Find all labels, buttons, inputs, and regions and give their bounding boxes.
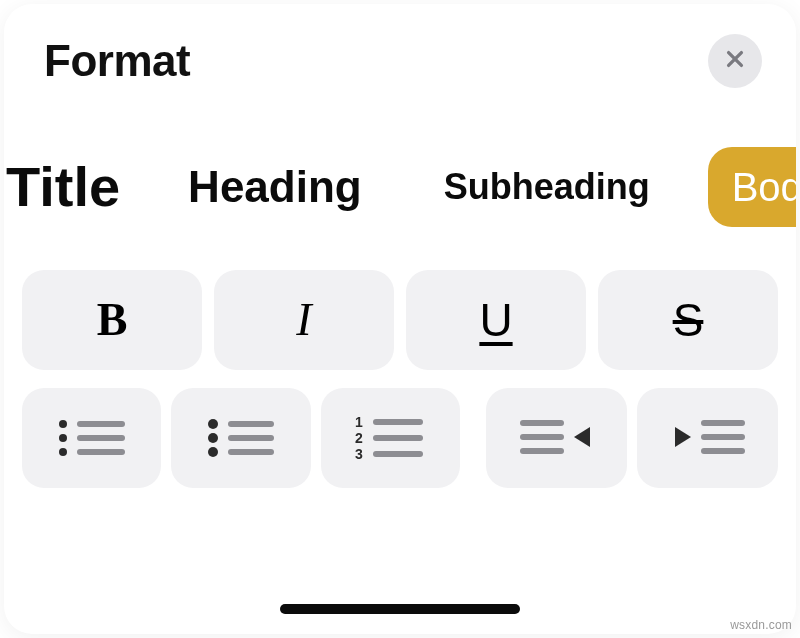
svg-rect-19 (373, 451, 423, 457)
lists-row: 1 2 3 (4, 370, 796, 488)
panel-header: Format (4, 4, 796, 98)
close-icon (724, 48, 746, 74)
close-button[interactable] (708, 34, 762, 88)
style-body[interactable]: Body (708, 147, 796, 227)
svg-rect-13 (228, 449, 274, 455)
svg-rect-25 (701, 420, 745, 426)
format-panel: Format Title Heading Subheading Body M B… (4, 4, 796, 634)
underline-icon: U (479, 293, 512, 347)
watermark: wsxdn.com (730, 618, 792, 632)
svg-rect-6 (77, 435, 125, 441)
svg-text:2: 2 (355, 430, 363, 446)
svg-marker-24 (675, 427, 691, 447)
italic-icon: I (296, 293, 311, 346)
paragraph-styles-row[interactable]: Title Heading Subheading Body M (4, 98, 796, 236)
style-subheading[interactable]: Subheading (420, 149, 674, 225)
outdent-button[interactable] (486, 388, 627, 488)
italic-button[interactable]: I (214, 270, 394, 370)
svg-text:3: 3 (355, 446, 363, 462)
indent-button[interactable] (637, 388, 778, 488)
svg-rect-21 (520, 434, 564, 440)
bullet-list-icon (204, 414, 278, 462)
svg-rect-26 (701, 434, 745, 440)
svg-rect-12 (228, 435, 274, 441)
underline-button[interactable]: U (406, 270, 586, 370)
svg-rect-18 (373, 435, 423, 441)
svg-point-10 (208, 447, 218, 457)
bold-icon: B (97, 293, 128, 346)
svg-rect-20 (520, 420, 564, 426)
bold-button[interactable]: B (22, 270, 202, 370)
list-type-group: 1 2 3 (22, 388, 460, 488)
dashed-list-button[interactable] (22, 388, 161, 488)
indent-icon (665, 414, 751, 462)
svg-marker-23 (574, 427, 590, 447)
strikethrough-button[interactable]: S (598, 270, 778, 370)
svg-point-3 (59, 434, 67, 442)
svg-text:1: 1 (355, 414, 363, 430)
numbered-list-icon: 1 2 3 (351, 413, 429, 463)
outdent-icon (514, 414, 600, 462)
numbered-list-button[interactable]: 1 2 3 (321, 388, 460, 488)
dashed-list-icon (55, 414, 129, 462)
svg-rect-27 (701, 448, 745, 454)
indent-group (486, 388, 778, 488)
bullet-list-button[interactable] (171, 388, 310, 488)
svg-rect-7 (77, 449, 125, 455)
svg-point-8 (208, 419, 218, 429)
svg-rect-17 (373, 419, 423, 425)
svg-point-9 (208, 433, 218, 443)
svg-point-2 (59, 420, 67, 428)
inline-formatting-row: B I U S (4, 236, 796, 370)
svg-point-4 (59, 448, 67, 456)
style-heading[interactable]: Heading (164, 145, 386, 229)
style-title[interactable]: Title (4, 138, 130, 236)
strikethrough-icon: S (673, 293, 704, 347)
svg-rect-22 (520, 448, 564, 454)
svg-rect-11 (228, 421, 274, 427)
svg-rect-5 (77, 421, 125, 427)
panel-title: Format (44, 36, 190, 86)
home-indicator[interactable] (280, 604, 520, 614)
